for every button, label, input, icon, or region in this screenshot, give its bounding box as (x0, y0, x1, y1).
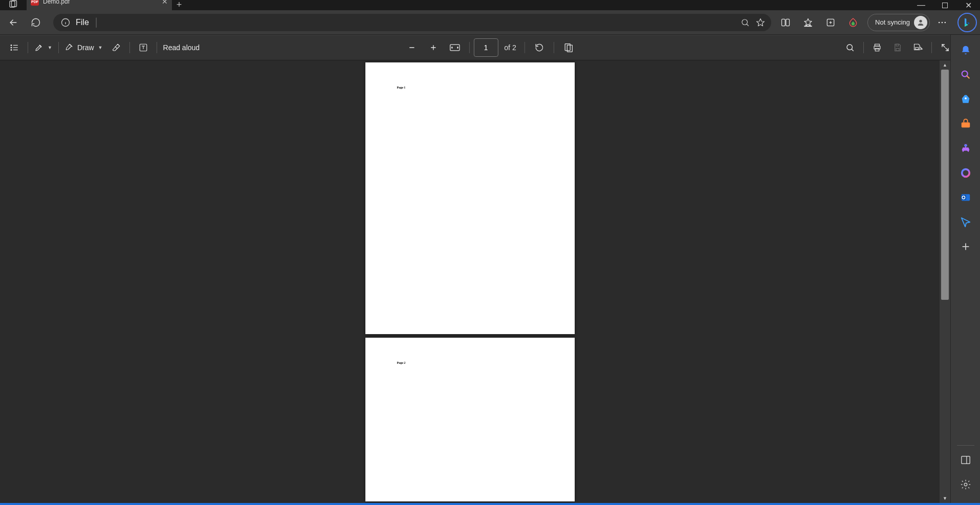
save-as-button[interactable] (908, 38, 928, 57)
maximize-button[interactable] (933, 0, 956, 10)
svg-line-7 (747, 24, 749, 26)
sidebar-shopping-icon[interactable] (955, 89, 976, 109)
scroll-thumb[interactable] (941, 70, 949, 300)
more-icon (937, 17, 947, 28)
svg-point-22 (11, 47, 12, 48)
scroll-track[interactable] (940, 70, 950, 494)
split-screen-icon (780, 17, 791, 28)
add-text-button[interactable] (133, 38, 154, 57)
page-view-icon (563, 42, 574, 53)
address-separator: │ (94, 18, 99, 27)
bing-discover-button[interactable] (957, 13, 977, 32)
sidebar-office-icon[interactable] (955, 163, 976, 183)
profile-sync-button[interactable]: Not syncing (867, 14, 930, 31)
page-number-input[interactable] (473, 38, 498, 57)
sidebar-outlook-icon[interactable] (955, 187, 976, 208)
chevron-down-icon: ▼ (98, 45, 103, 50)
svg-point-18 (939, 21, 940, 23)
read-aloud-label: Read aloud (163, 43, 200, 52)
tab-actions-button[interactable] (4, 0, 23, 10)
sync-status-label: Not syncing (875, 18, 910, 26)
svg-line-46 (946, 48, 948, 51)
svg-rect-10 (786, 19, 790, 26)
svg-point-53 (962, 169, 969, 177)
refresh-icon (31, 17, 41, 28)
svg-point-17 (919, 19, 922, 22)
svg-rect-0 (10, 1, 15, 7)
svg-rect-59 (961, 456, 970, 464)
favorites-button[interactable] (798, 13, 818, 32)
tab-strip: PDF Demo.pdf ✕ + ― ✕ (0, 0, 980, 10)
browser-essentials-button[interactable] (843, 13, 863, 32)
page-view-button[interactable] (558, 38, 579, 57)
minimize-button[interactable]: ― (909, 0, 933, 10)
address-bar[interactable]: File │ (53, 14, 771, 31)
rotate-button[interactable] (529, 38, 550, 57)
favorites-icon (803, 17, 813, 28)
scroll-down-arrow[interactable]: ▼ (940, 494, 950, 503)
text-icon (139, 43, 148, 52)
pdf-viewport: Page 1 Page 2 ▲ ▼ (0, 60, 950, 503)
favorite-star-icon[interactable] (753, 15, 768, 30)
collections-icon (825, 17, 836, 28)
avatar (914, 16, 927, 29)
pdf-scroll-area[interactable]: Page 1 Page 2 (0, 60, 940, 503)
new-tab-button[interactable]: + (172, 0, 186, 10)
collections-button[interactable] (820, 13, 841, 32)
find-button[interactable] (840, 38, 860, 57)
svg-line-38 (852, 49, 854, 51)
draw-button[interactable]: Draw ▼ (62, 38, 106, 57)
settings-more-button[interactable] (932, 13, 952, 32)
svg-point-20 (945, 21, 946, 23)
contents-button[interactable] (4, 38, 25, 57)
pen-icon (65, 43, 74, 52)
draw-label: Draw (77, 43, 94, 52)
chevron-down-icon: ▼ (48, 45, 52, 50)
scroll-up-arrow[interactable]: ▲ (940, 60, 950, 70)
pdf-toolbar: ▼ Draw ▼ Read aloud of 2 (0, 35, 980, 60)
save-as-icon (913, 43, 923, 52)
sidebar-drop-icon[interactable] (955, 212, 976, 232)
svg-point-61 (964, 483, 967, 486)
svg-rect-44 (916, 48, 919, 50)
bing-icon (962, 17, 972, 28)
svg-point-21 (11, 45, 12, 46)
zoom-in-button[interactable] (423, 38, 443, 57)
sidebar-search-icon[interactable] (955, 64, 976, 85)
svg-point-50 (965, 97, 967, 99)
svg-rect-42 (896, 49, 899, 51)
zoom-out-button[interactable] (401, 38, 422, 57)
close-tab-icon[interactable]: ✕ (162, 0, 168, 6)
search-address-icon[interactable] (737, 15, 753, 30)
print-icon (873, 43, 882, 52)
refresh-button[interactable] (26, 13, 46, 32)
svg-marker-8 (757, 18, 765, 26)
sidebar-tools-icon[interactable] (955, 114, 976, 134)
search-icon (845, 43, 855, 52)
read-aloud-button[interactable]: Read aloud (160, 38, 203, 57)
sidebar-hide-icon[interactable] (955, 450, 976, 470)
fit-width-button[interactable] (444, 38, 465, 57)
site-info-icon[interactable] (60, 17, 71, 28)
sidebar-add-icon[interactable] (955, 236, 976, 257)
svg-line-45 (942, 45, 945, 47)
close-window-button[interactable]: ✕ (956, 0, 980, 10)
highlight-button[interactable]: ▼ (31, 38, 55, 57)
vertical-scrollbar[interactable]: ▲ ▼ (940, 60, 950, 503)
highlighter-icon (34, 43, 43, 52)
pdf-page-2[interactable]: Page 2 (365, 338, 575, 501)
erase-button[interactable] (106, 38, 126, 57)
rotate-icon (534, 42, 545, 53)
sidebar-settings-icon[interactable] (955, 474, 976, 495)
sidebar-notifications-icon[interactable] (955, 40, 976, 60)
back-icon (8, 17, 18, 28)
back-button[interactable] (3, 13, 24, 32)
page-content-text: Page 2 (397, 361, 406, 364)
print-button[interactable] (867, 38, 887, 57)
sidebar-games-icon[interactable] (955, 138, 976, 159)
save-button[interactable] (887, 38, 908, 57)
pdf-page-1[interactable]: Page 1 (365, 62, 575, 334)
tab-demo-pdf[interactable]: PDF Demo.pdf ✕ (27, 0, 172, 10)
svg-rect-43 (896, 44, 899, 46)
split-screen-button[interactable] (775, 13, 796, 32)
